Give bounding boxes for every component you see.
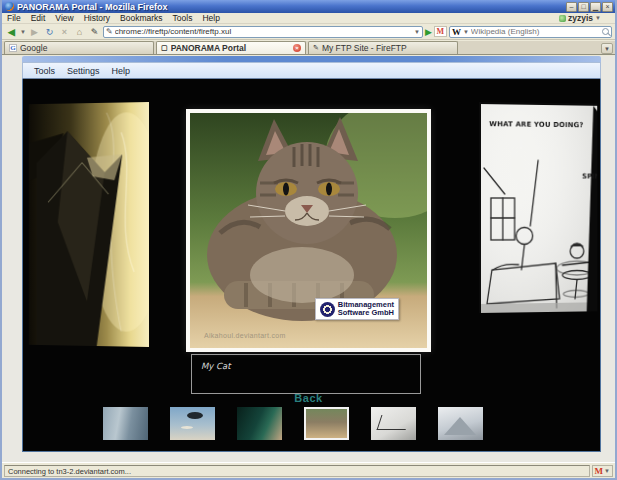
page-content: Tools Settings Help <box>2 56 615 462</box>
firefox-icon <box>5 2 14 11</box>
gmail-notifier-icon: M <box>595 466 604 476</box>
menu-bookmarks[interactable]: Bookmarks <box>115 13 168 23</box>
mail-notifier[interactable]: M ▼ <box>592 465 613 477</box>
account-name: zyzyis <box>568 13 593 23</box>
navigation-toolbar: ◀ ▼ ▶ ↻ × ⌂ ✎ ✎ ▼ ▶ M W ▼ <box>2 24 615 40</box>
gallery-item-center-cat[interactable]: Bitmanagement Software GmbH Aikahoul.dev… <box>186 109 431 352</box>
status-bar: Connecting to tn3-2.deviantart.com... M … <box>2 462 615 478</box>
fireftp-favicon: ✎ <box>313 44 319 52</box>
go-icon[interactable]: ▶ <box>425 27 432 37</box>
menu-help[interactable]: Help <box>197 13 224 23</box>
dark-fantasy-artwork <box>29 102 149 347</box>
title-bar: PANORAMA Portal - Mozilla Firefox – □ ▁ … <box>2 0 615 13</box>
engine-dropdown-icon[interactable]: ▼ <box>463 29 469 35</box>
browser-window: PANORAMA Portal - Mozilla Firefox – □ ▁ … <box>0 0 617 480</box>
menu-edit[interactable]: Edit <box>26 13 51 23</box>
tab-label: Google <box>20 43 149 53</box>
caption-box: My Cat <box>191 354 421 394</box>
tab-google[interactable]: G Google <box>4 41 154 54</box>
page-menu-tools[interactable]: Tools <box>29 66 60 76</box>
page-favicon: ▢ <box>161 44 168 52</box>
chevron-down-icon: ▼ <box>595 15 601 21</box>
wikipedia-engine-icon[interactable]: W <box>452 27 461 37</box>
logo-line2: Software GmbH <box>338 308 394 317</box>
back-dropdown-icon[interactable]: ▼ <box>20 29 26 35</box>
menu-tools[interactable]: Tools <box>168 13 198 23</box>
gallery-item-right-comic[interactable]: WHAT ARE YOU DOING? SPIN <box>479 102 597 313</box>
maximize-button[interactable]: □ <box>578 2 589 12</box>
menu-view[interactable]: View <box>50 13 78 23</box>
comic-reply-text: SPIN <box>582 173 597 181</box>
gallery-3d-view: Bitmanagement Software GmbH Aikahoul.dev… <box>22 79 601 452</box>
restore-button[interactable]: ▁ <box>590 2 601 12</box>
thumbnail-city-window[interactable] <box>103 407 148 440</box>
gmail-icon[interactable]: M <box>434 26 447 37</box>
tab-label: My FTP Site - FireFTP <box>322 43 453 53</box>
back-icon[interactable]: ◀ <box>5 25 18 39</box>
page-menu-settings[interactable]: Settings <box>62 66 105 76</box>
thumbnail-comic[interactable] <box>371 407 416 440</box>
gallery-item-left-artwork[interactable] <box>29 102 149 347</box>
tab-fireftp[interactable]: ✎ My FTP Site - FireFTP <box>308 41 458 54</box>
search-magnifier-icon[interactable] <box>602 28 609 35</box>
tab-panorama-portal[interactable]: ▢ PANORAMA Portal × <box>156 41 306 54</box>
menu-history[interactable]: History <box>79 13 115 23</box>
thumbnail-sky-building[interactable] <box>170 407 215 440</box>
cat-photo: Bitmanagement Software GmbH Aikahoul.dev… <box>190 113 427 348</box>
quill-icon[interactable]: ✎ <box>88 25 101 39</box>
search-input[interactable] <box>471 27 600 36</box>
status-text: Connecting to tn3-2.deviantart.com... <box>4 465 590 477</box>
home-icon[interactable]: ⌂ <box>73 25 86 39</box>
url-dropdown-icon[interactable]: ▼ <box>414 29 420 35</box>
thumbnail-mountain[interactable] <box>438 407 483 440</box>
tab-label: PANORAMA Portal <box>171 43 290 53</box>
menu-file[interactable]: File <box>2 13 26 23</box>
comic-speech-text: WHAT ARE YOU DOING? <box>481 120 591 129</box>
panorama-app-panel: Tools Settings Help <box>22 56 601 452</box>
back-button[interactable]: Back <box>186 392 431 404</box>
caption-text: My Cat <box>201 361 231 371</box>
browser-menu-bar: File Edit View History Bookmarks Tools H… <box>2 13 615 24</box>
mail-dropdown-icon: ▼ <box>604 468 610 474</box>
forward-icon[interactable]: ▶ <box>28 25 41 39</box>
reload-icon[interactable]: ↻ <box>43 25 56 39</box>
bitmanagement-target-icon <box>320 302 335 317</box>
tab-bar: G Google ▢ PANORAMA Portal × ✎ My FTP Si… <box>2 41 615 55</box>
account-icon <box>559 15 566 22</box>
watermark-text: Aikahoul.deviantart.com <box>204 332 286 339</box>
url-bar[interactable]: ✎ ▼ <box>103 26 423 38</box>
search-bar[interactable]: W ▼ <box>449 26 612 38</box>
minimize-button[interactable]: – <box>566 2 577 12</box>
close-button[interactable]: × <box>602 2 613 12</box>
thumbnail-strip <box>103 407 483 440</box>
page-menu-bar: Tools Settings Help <box>22 62 601 79</box>
list-all-tabs-icon[interactable]: ▼ <box>601 43 613 54</box>
tab-close-icon[interactable]: × <box>293 44 301 52</box>
account-widget[interactable]: zyzyis ▼ <box>559 13 615 23</box>
google-favicon: G <box>9 44 17 52</box>
comic-illustration <box>481 104 597 313</box>
site-favicon: ✎ <box>106 27 113 36</box>
stop-icon[interactable]: × <box>58 25 71 39</box>
thumbnail-dark-water[interactable] <box>237 407 282 440</box>
window-title: PANORAMA Portal - Mozilla Firefox <box>17 2 566 12</box>
thumbnail-cat-selected[interactable] <box>304 407 349 440</box>
url-input[interactable] <box>115 27 412 36</box>
page-menu-help[interactable]: Help <box>107 66 136 76</box>
bitmanagement-logo: Bitmanagement Software GmbH <box>315 298 399 320</box>
